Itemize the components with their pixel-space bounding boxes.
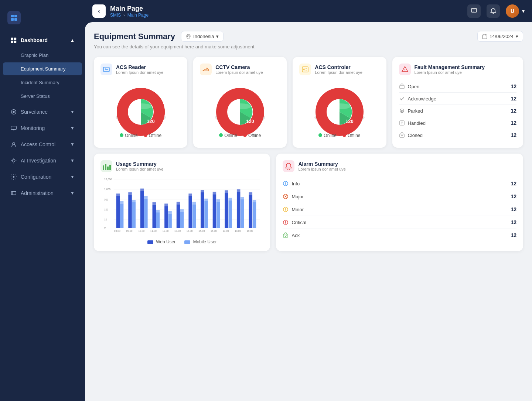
topbar-title: Main Page (110, 5, 463, 13)
usage-summary-card: Usage Summary Lorem Ipsun dor amet uye 1… (94, 154, 270, 251)
svg-rect-0 (11, 15, 14, 17)
acs-controler-donut-svg: 30 120 (310, 80, 369, 128)
svg-rect-89 (168, 214, 172, 228)
fault-open-label: Open (408, 84, 420, 89)
sidebar-item-server-status[interactable]: Server Status (3, 90, 82, 103)
svg-rect-81 (144, 199, 148, 228)
alarm-major-count: 12 (511, 193, 516, 199)
xaxis-1000: 10.00 (138, 230, 144, 232)
svg-rect-63 (103, 165, 104, 170)
breadcrumb-root: SMIS (110, 13, 121, 18)
sidebar-item-configuration[interactable]: Configuration ▼ (3, 169, 82, 185)
xaxis-1700: 17.00 (223, 230, 229, 232)
fault-handled-left: Handled (399, 120, 426, 126)
svg-point-9 (13, 111, 14, 113)
svg-rect-114 (241, 197, 244, 199)
acs-controler-icon (299, 64, 311, 75)
monitoring-chevron: ▼ (70, 126, 75, 131)
date-select[interactable]: 14/06/2024 ▾ (477, 31, 523, 42)
svg-rect-82 (144, 196, 148, 199)
alarm-summary-card: Alarm Summary Lorem Ipsun dor amet uye I… (276, 154, 523, 251)
fault-ack-label: Acknowledge (408, 96, 436, 102)
fault-icon (399, 64, 411, 75)
alarm-critical-label: Critical (291, 220, 306, 225)
surveilance-chevron: ▼ (70, 109, 75, 114)
svg-rect-112 (237, 189, 241, 192)
sidebar-item-administration[interactable]: Administration ▼ (3, 185, 82, 201)
svg-text:P: P (401, 110, 403, 113)
bottom-row: Usage Summary Lorem Ipsun dor amet uye 1… (94, 154, 523, 251)
svg-point-21 (188, 35, 190, 37)
usage-icon (100, 160, 112, 172)
svg-rect-107 (225, 193, 228, 228)
fault-management-card: Fault Management Summary Lorem Ipsun dor… (392, 57, 523, 148)
translate-button[interactable] (467, 4, 481, 18)
sidebar-item-equipment-summary[interactable]: Equipment Summary (3, 62, 82, 75)
alarm-major-label: Major (291, 194, 304, 199)
parked-icon: P (399, 108, 405, 114)
xaxis-1800: 18.00 (235, 230, 241, 232)
administration-chevron: ▼ (70, 191, 75, 196)
alarm-ack-label: Ack (291, 233, 300, 238)
svg-rect-104 (213, 192, 216, 194)
back-button[interactable]: ‹ (92, 4, 106, 18)
logo-icon (7, 11, 21, 24)
alarm-item-minor: Minor 12 (283, 203, 516, 216)
svg-rect-41 (299, 64, 311, 75)
acs-online-label: 30 (129, 108, 136, 114)
fault-list: Open 12 Acknowledge 12 P (399, 80, 516, 141)
critical-icon (283, 219, 289, 225)
acs-controler-header: ACS Controler Lorem Ipsun dor amet uye (299, 64, 379, 75)
yaxis-10: 10 (104, 218, 107, 221)
sidebar-item-access-control[interactable]: Access Control ▼ (3, 137, 82, 152)
alarm-info-left: Info (283, 181, 300, 186)
fault-closed-label: Closed (408, 133, 423, 138)
svg-rect-110 (228, 198, 232, 200)
cctv-header: CCTV Camera Lorem Ipsun dor amet uye (200, 64, 280, 75)
alarm-critical-count: 12 (511, 219, 516, 225)
alarm-info-count: 12 (511, 181, 516, 186)
sidebar-item-ai-investigation[interactable]: AI Investigation ▼ (3, 153, 82, 168)
fault-header: Fault Management Summary Lorem Ipsun dor… (399, 64, 516, 75)
fault-title: Fault Management Summary (415, 64, 485, 70)
fault-handled-label: Handled (408, 120, 426, 126)
sidebar-item-incident-summary[interactable]: Incident Summary (3, 76, 82, 89)
topbar-title-area: Main Page SMIS › Main Page (110, 5, 463, 18)
alarm-minor-count: 12 (511, 206, 516, 212)
xaxis-1900: 19.00 (247, 230, 253, 232)
svg-rect-64 (105, 164, 106, 170)
page-title: Equipment Summary (94, 32, 175, 41)
svg-rect-100 (201, 190, 204, 192)
date-value: 14/06/2024 (490, 34, 514, 39)
xaxis-1400: 14.00 (187, 230, 193, 232)
svg-rect-84 (153, 202, 156, 205)
fault-closed-count: 12 (511, 132, 516, 138)
sidebar-item-graphic-plan[interactable]: Graphic Plan (3, 49, 82, 62)
svg-rect-97 (192, 204, 196, 228)
user-menu[interactable]: U ▾ (506, 4, 525, 18)
alarm-ack-count: 12 (511, 232, 516, 238)
fault-ack-left: Acknowledge (399, 96, 436, 102)
alarm-item-info: Info 12 (283, 177, 516, 190)
svg-rect-86 (156, 210, 160, 212)
fault-item-open: Open 12 (399, 80, 516, 93)
notification-button[interactable] (487, 4, 500, 18)
location-value: Indonesia (193, 34, 214, 39)
acs-reader-title-group: ACS Reader Lorem Ipsun dor amet uye (116, 64, 163, 75)
chart-legend: Web User Mobile User (100, 239, 263, 244)
acs-reader-header: ACS Reader Lorem Ipsun dor amet uye (100, 64, 181, 75)
topbar: ‹ Main Page SMIS › Main Page (85, 0, 532, 22)
sidebar-item-monitoring[interactable]: Monitoring ▼ (3, 120, 82, 136)
ai-investigation-chevron: ▼ (70, 158, 75, 163)
surveilance-label: Surveilance (21, 109, 48, 115)
sidebar-item-surveilance[interactable]: Surveilance ▼ (3, 104, 82, 120)
xaxis-1600: 16.00 (211, 230, 217, 232)
fault-handled-count: 12 (511, 120, 516, 126)
location-select[interactable]: Indonesia ▾ (181, 31, 224, 42)
svg-rect-95 (188, 196, 192, 228)
bar-mobile-1 (120, 203, 124, 228)
sidebar-item-dashboard[interactable]: Dashboard ▲ (3, 32, 82, 48)
xaxis-0900: 09.00 (126, 230, 133, 232)
svg-rect-16 (11, 192, 16, 195)
cctv-online-legend: Online (219, 133, 237, 138)
